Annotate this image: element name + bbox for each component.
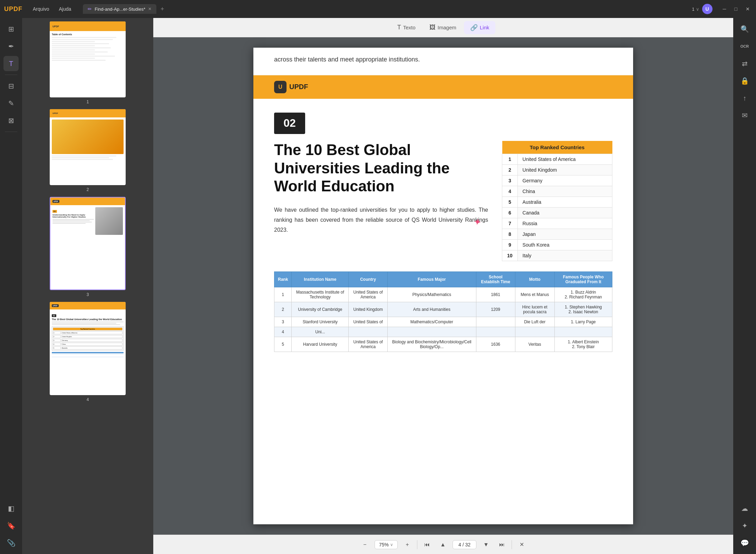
layers-icon[interactable]: ◧ bbox=[3, 501, 19, 516]
window-controls: ─ □ ✕ bbox=[721, 6, 752, 12]
main-area: ⊞ ✒ T ⊟ ✎ ⊠ ◧ 🔖 📎 UPDF Table of Contents bbox=[0, 18, 756, 554]
table-cell: 1636 bbox=[476, 337, 515, 352]
pen-icon[interactable]: ✒ bbox=[3, 39, 19, 54]
thumb1-line bbox=[52, 56, 115, 57]
zoom-out-button[interactable]: − bbox=[359, 538, 371, 551]
protect-icon[interactable]: 🔒 bbox=[737, 73, 752, 88]
table-cell: Hinc lucem et pocula sacra bbox=[515, 302, 554, 317]
first-page-button[interactable]: ⏮ bbox=[421, 538, 433, 551]
rank-cell: 3 bbox=[502, 175, 518, 186]
thumb3-title: Understanding the Need to Apply Internat… bbox=[52, 214, 94, 218]
zoom-display: 75% ∨ bbox=[375, 540, 398, 549]
mail-icon[interactable]: ✉ bbox=[737, 108, 752, 123]
table-header-cell: School Establish Time bbox=[476, 271, 515, 287]
page-chevron[interactable]: ∨ bbox=[696, 7, 699, 12]
table-cell: 5 bbox=[274, 337, 292, 352]
imagem-icon: 🖼 bbox=[429, 24, 436, 31]
table-row: 1Massachusetts Institute of TechnologyUn… bbox=[274, 287, 612, 302]
thumb3-left: 01 Understanding the Need to Apply Inter… bbox=[52, 207, 94, 235]
search-icon[interactable]: 🔍 bbox=[737, 21, 752, 37]
thumb3-chapter: 01 bbox=[52, 210, 57, 213]
zoom-chevron[interactable]: ∨ bbox=[390, 542, 393, 547]
thumbnail-item[interactable]: UPDF 01 Understanding the Need to Apply … bbox=[50, 197, 126, 297]
rank-cell: 7 bbox=[502, 218, 518, 229]
maximize-button[interactable]: □ bbox=[733, 6, 739, 12]
right-sidebar: 🔍 OCR ⇄ 🔒 ↑ ✉ ☁ ✦ 💬 bbox=[733, 18, 756, 554]
menu-ajuda[interactable]: Ajuda bbox=[55, 5, 75, 13]
table-cell: Harvard University bbox=[292, 337, 349, 352]
thumbnail-item[interactable]: UPDF Table of Contents bbox=[50, 21, 126, 104]
crop-icon[interactable]: ⊠ bbox=[3, 113, 19, 128]
pages-icon[interactable]: ⊟ bbox=[3, 78, 19, 94]
thumbnail-panel: UPDF Table of Contents bbox=[22, 18, 153, 554]
user-avatar[interactable]: U bbox=[702, 4, 713, 14]
share-icon[interactable]: ↑ bbox=[737, 90, 752, 106]
table-row: 7Russia bbox=[502, 218, 612, 229]
next-page-button[interactable]: ▼ bbox=[480, 538, 492, 551]
rank-cell: 8 bbox=[502, 229, 518, 239]
icon-separator-2 bbox=[5, 132, 17, 132]
menu-arquivo[interactable]: Arquivo bbox=[29, 5, 52, 13]
thumb4-table-row bbox=[52, 354, 124, 355]
thumb1-line bbox=[52, 43, 109, 44]
comment-icon[interactable]: ✎ bbox=[3, 96, 19, 111]
thumb4-table-row bbox=[52, 356, 124, 357]
thumb2-body bbox=[50, 117, 126, 163]
thumb1-line bbox=[52, 45, 95, 46]
thumb4-mini-table: Top Ranked Countries 1United States of A… bbox=[52, 326, 124, 351]
country-cell: Canada bbox=[517, 207, 612, 218]
table-cell: Mathematics/Computer bbox=[388, 317, 476, 327]
edit-text-icon[interactable]: T bbox=[3, 56, 19, 71]
thumb1-line bbox=[52, 51, 108, 52]
tab-add-button[interactable]: + bbox=[158, 4, 167, 14]
table-row: 3Stanford UniversityUnited States ofMath… bbox=[274, 317, 612, 327]
table-row: 6Canada bbox=[502, 207, 612, 218]
table-cell: Physics/Mathematics bbox=[388, 287, 476, 302]
chat-icon[interactable]: 💬 bbox=[737, 535, 752, 551]
table-row: 4Uni... bbox=[274, 327, 612, 337]
thumb3-text bbox=[52, 219, 94, 220]
thumb2-image bbox=[52, 120, 124, 154]
ranked-table-header: Top Ranked Countries bbox=[502, 141, 612, 154]
close-toolbar-button[interactable]: ✕ bbox=[515, 538, 528, 551]
table-cell: 2 bbox=[274, 302, 292, 317]
close-button[interactable]: ✕ bbox=[744, 6, 752, 12]
texto-tool-button[interactable]: T Texto bbox=[391, 21, 422, 34]
section-title: The 10 Best Global Universities Leading … bbox=[274, 141, 454, 195]
cloud-icon[interactable]: ☁ bbox=[737, 501, 752, 516]
thumbnails-icon[interactable]: ⊞ bbox=[3, 21, 19, 37]
thumb4-body: 02 The 10 Best Global Universities Leadi… bbox=[50, 309, 126, 360]
bookmark-icon[interactable]: 🔖 bbox=[3, 518, 19, 533]
texto-label: Texto bbox=[403, 25, 416, 30]
table-cell bbox=[476, 317, 515, 327]
table-cell bbox=[349, 327, 388, 337]
ocr-icon[interactable]: OCR bbox=[737, 39, 752, 54]
thumb3-body: 01 Understanding the Need to Apply Inter… bbox=[50, 205, 125, 237]
thumb1-line bbox=[52, 47, 111, 48]
star-icon[interactable]: ✦ bbox=[737, 518, 752, 533]
attachment-icon[interactable]: 📎 bbox=[3, 535, 19, 551]
link-tool-button[interactable]: 🔗 Link bbox=[464, 21, 496, 34]
thumbnail-item[interactable]: UPDF 2 bbox=[50, 109, 126, 192]
active-tab[interactable]: ✏ Find-and-Ap...er-Studies* ✕ bbox=[83, 4, 156, 14]
texto-icon: T bbox=[397, 24, 401, 31]
link-icon: 🔗 bbox=[470, 24, 478, 31]
tab-close-button[interactable]: ✕ bbox=[148, 7, 152, 11]
imagem-tool-button[interactable]: 🖼 Imagem bbox=[423, 21, 463, 34]
edit-toolbar: T Texto 🖼 Imagem 🔗 Link bbox=[153, 18, 733, 37]
thumbnail-item[interactable]: UPDF ✦ 02 The 10 Best Global Universitie… bbox=[50, 302, 126, 402]
table-cell: 4 bbox=[274, 327, 292, 337]
prev-page-button[interactable]: ▲ bbox=[437, 538, 449, 551]
topbar: UPDF Arquivo Ajuda ✏ Find-and-Ap...er-St… bbox=[0, 0, 756, 18]
thumb2-header: UPDF bbox=[50, 109, 126, 117]
zoom-in-button[interactable]: + bbox=[401, 538, 414, 551]
thumb1-line bbox=[52, 49, 95, 50]
last-page-button[interactable]: ⏭ bbox=[496, 538, 508, 551]
thumb4-table-row bbox=[52, 355, 124, 356]
thumbnail-frame-3: UPDF 01 Understanding the Need to Apply … bbox=[50, 197, 126, 290]
table-cell: Die Luft der bbox=[515, 317, 554, 327]
minimize-button[interactable]: ─ bbox=[721, 6, 728, 12]
table-cell: Biology and Biochemistry/Microbiology/Ce… bbox=[388, 337, 476, 352]
thumb3-text bbox=[52, 220, 90, 221]
convert-icon[interactable]: ⇄ bbox=[737, 56, 752, 71]
